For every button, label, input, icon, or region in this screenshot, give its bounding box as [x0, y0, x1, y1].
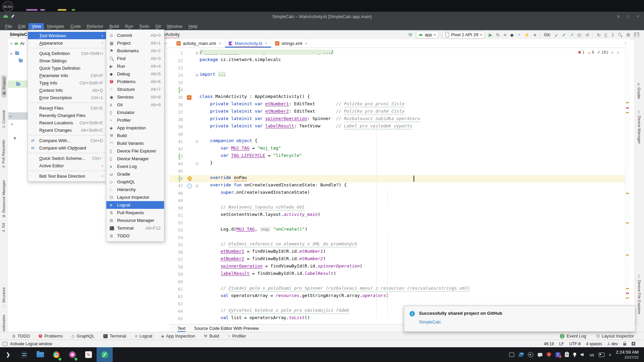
tab-activity-main-xml[interactable]: <>activity_main.xml× [173, 39, 225, 48]
menu-item-quick-type-definition[interactable]: Quick Type Definition [28, 64, 106, 72]
code-line-24[interactable]: 24⊞import ... [169, 72, 630, 79]
menu-item-recent-locations[interactable]: Recent LocationsCtrl+Shift+E [28, 119, 106, 126]
menu-item-compare-with-clipboard[interactable]: ⇄Compare with Clipboard [28, 144, 106, 152]
chrome-icon[interactable]: + [48, 347, 64, 362]
toolbar-terminal[interactable]: Terminal [103, 334, 126, 339]
git-history-icon[interactable]: ◴ [577, 32, 581, 38]
submenu-item-gradle[interactable]: ωGradle [106, 170, 164, 178]
stripe-item-project[interactable]: ▦Project [1, 75, 6, 98]
submenu-item-hierarchy[interactable]: ∴Hierarchy [106, 186, 164, 193]
error-stripe[interactable] [625, 48, 630, 324]
fold-marker[interactable]: ⊞ [194, 50, 200, 57]
code-line-40[interactable]: 40 [169, 131, 630, 138]
stripe-item-commit[interactable]: ⊙Commit [1, 110, 6, 128]
tray-files-icon[interactable] [519, 353, 524, 357]
editor-options-icon[interactable]: ⋮ [624, 41, 628, 46]
code-line-51[interactable]: 51 setContentView(R.layout.activity_main… [169, 212, 630, 219]
toolbar-profiler[interactable]: ◔Profiler [228, 334, 246, 339]
code-line-39[interactable]: 39 private lateinit var labelResult: Tex… [169, 123, 630, 131]
code-line-54[interactable]: 54 [169, 234, 630, 241]
minimize-icon[interactable]: − [164, 41, 167, 46]
tray-window-icon[interactable] [509, 353, 514, 357]
project-tree-fragment[interactable]: ▸ [11, 120, 13, 127]
bottom-tab-text[interactable]: Text [177, 324, 185, 332]
code-line-50[interactable]: 50 // Nastavení layoutu vzhledu GUI [169, 204, 630, 212]
run-config-selector[interactable]: app▾ [416, 31, 439, 39]
toolbar-problems[interactable]: Problems [39, 334, 63, 339]
stripe-item-resource-manager[interactable]: ⊞Resource Manager [1, 180, 6, 218]
menu-tools[interactable]: Tools [136, 23, 152, 29]
menu-help[interactable]: Help [185, 23, 201, 29]
stripe-mark[interactable] [626, 297, 629, 299]
code-line-57[interactable]: 57 etNumber2 = findViewById(R.id.etNumbe… [169, 256, 630, 263]
media-viewer-icon[interactable]: + [64, 347, 80, 362]
git-commit-icon[interactable]: ✔ [562, 32, 566, 38]
sdk-manager-icon[interactable]: ⇩ [611, 32, 615, 38]
stripe-mark[interactable] [626, 112, 629, 113]
code-line-1[interactable]: 1⊞/ _____ _______ _ _ .../ [169, 50, 630, 57]
submenu-item-emulator[interactable]: ▯Emulator [106, 109, 164, 116]
menu-item-quick-switch-scheme[interactable]: Quick Switch Scheme...Ctrl+` [28, 155, 106, 162]
fold-marker[interactable]: ⊟ [194, 182, 200, 190]
submenu-item-logcat[interactable]: ≡Logcat [106, 201, 164, 209]
menu-item-active-editor[interactable]: Active Editor› [28, 162, 106, 169]
code-line-35[interactable]: 35<>class MainActivity : AppCompatActivi… [169, 94, 630, 101]
tray-play-icon[interactable]: ▶ [528, 352, 533, 357]
tray-clock[interactable]: 2:24:59 AM10/27/22 [616, 350, 641, 360]
stripe-item-gradle[interactable]: ωGradle [637, 83, 641, 99]
menu-item-error-description[interactable]: Error DescriptionCtrl+1 [28, 94, 106, 101]
minimize-icon[interactable]: ∨ [617, 14, 620, 19]
menu-file[interactable]: File [2, 23, 15, 29]
submenu-item-resource-manager[interactable]: ⊞Resource Manager [106, 217, 164, 224]
close-icon[interactable]: × [305, 41, 307, 46]
stripe-mark[interactable] [626, 222, 629, 224]
menu-build[interactable]: Build [106, 23, 122, 29]
build-hammer-icon[interactable]: ⚒ [408, 32, 413, 38]
submenu-item-services[interactable]: ◉ServicesAlt+8 [106, 93, 164, 101]
stripe-mark[interactable] [626, 288, 629, 289]
tab-mainactivity-kt[interactable]: MainActivity.kt× [225, 39, 271, 48]
stripe-mark[interactable] [626, 193, 629, 194]
menu-code[interactable]: Code [67, 23, 84, 29]
lock-icon[interactable] [623, 342, 626, 346]
menu-item-tool-windows[interactable]: Tool Windows› [28, 32, 106, 39]
submenu-item-run[interactable]: ▶RunAlt+4 [106, 62, 164, 70]
breadcrumb-fragment[interactable]: nActivity [163, 32, 179, 37]
code-line-38[interactable]: 38 private lateinit var spinnerOperation… [169, 116, 630, 123]
apply-code-changes-icon[interactable]: ≡ [504, 32, 506, 38]
code-line-49[interactable]: 49 [169, 197, 630, 204]
gradle-sync-icon[interactable]: ↻ [597, 32, 601, 38]
code-line-53[interactable]: 53 Log.d(MUJ_TAG, msg: "onCreate()") [169, 227, 630, 234]
submenu-item-git[interactable]: YGitAlt+9 [106, 101, 164, 109]
menu-item-compare-with[interactable]: ⇄Compare With...Ctrl+D [28, 137, 106, 144]
submenu-item-problems[interactable]: ProblemsAlt+6 [106, 78, 164, 85]
toolbar-graphql[interactable]: ◇GraphQL [71, 334, 95, 339]
code-line-60[interactable]: 60 [169, 278, 630, 286]
menu-window[interactable]: Window [164, 23, 185, 29]
menu-run[interactable]: Run [122, 23, 136, 29]
tray-teams-icon[interactable]: T [555, 352, 560, 357]
memory-indicator-icon[interactable] [632, 342, 635, 346]
code-line-33[interactable]: 33 [169, 79, 630, 86]
code-line-45[interactable]: 45 [169, 168, 630, 175]
apply-changes-icon[interactable]: ↻ [496, 32, 500, 38]
code-line-41[interactable]: 41⊟ companion object { [169, 138, 630, 145]
stripe-mark[interactable] [626, 107, 629, 109]
submenu-item-project[interactable]: ▦ProjectAlt+1 [106, 39, 164, 47]
submenu-item-commit[interactable]: ⊙CommitAlt+0 [106, 32, 164, 39]
submenu-item-profiler[interactable]: ◔Profiler [106, 116, 164, 124]
profile-icon[interactable]: ◔ [517, 32, 520, 38]
fold-marker[interactable]: ⊞ [194, 72, 200, 79]
stripe-item-structure[interactable]: ∷Structure [1, 287, 6, 307]
attach-debugger-icon[interactable]: ⚡ [524, 32, 530, 38]
avatar[interactable] [634, 32, 639, 38]
settings-app-icon[interactable] [16, 347, 32, 362]
menu-item-recent-files[interactable]: Recent FilesCtrl+E [28, 104, 106, 112]
code-line-46[interactable]: 46 override onPau [169, 175, 630, 182]
text-editor-icon[interactable]: ✎ [80, 347, 97, 362]
fold-marker[interactable]: ⊟ [194, 160, 200, 168]
code-line-55[interactable]: 55 // Uložení referencí na elementy v XM… [169, 241, 630, 249]
git-push-icon[interactable]: ↗ [570, 32, 574, 38]
submenu-item-bookmarks[interactable]: ⚑BookmarksAlt+2 [106, 47, 164, 55]
code-line-47[interactable]: 47↑⊟ override fun onCreate(savedInstance… [169, 182, 630, 190]
